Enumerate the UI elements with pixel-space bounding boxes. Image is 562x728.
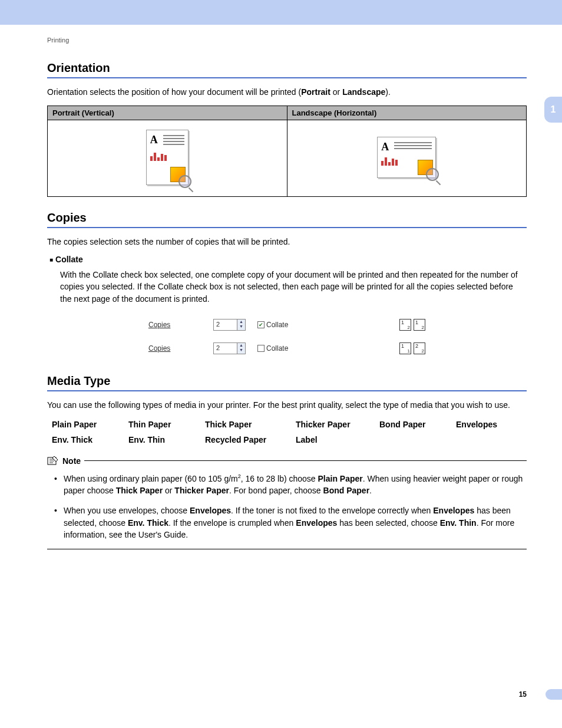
checkbox-unchecked-icon <box>257 345 265 352</box>
collate-order-icon-11-22: 12 <box>399 342 425 354</box>
page-number: 15 <box>519 690 527 699</box>
note-header: Note <box>47 455 527 467</box>
collate-order-icon-12-12: 11 <box>399 319 425 331</box>
text: has been selected, choose <box>337 518 439 528</box>
magnifier-icon <box>178 175 191 188</box>
orientation-table: Portrait (Vertical) Landscape (Horizonta… <box>47 106 527 197</box>
text: Orientation selects the position of how … <box>47 87 301 97</box>
media-type: Plain Paper <box>52 420 123 429</box>
media-intro: You can use the following types of media… <box>47 400 527 411</box>
spinner-arrows-icon[interactable]: ▲▼ <box>237 343 245 354</box>
bold: Envelopes <box>190 506 231 515</box>
bold-landscape: Landscape <box>342 87 385 97</box>
page-content: Printing Orientation Orientation selects… <box>0 37 562 549</box>
bold: Thicker Paper <box>174 486 229 495</box>
note-label: Note <box>62 456 81 466</box>
text: . If the toner is not fixed to the envel… <box>231 506 433 515</box>
copies-field-label: Copies <box>148 321 201 329</box>
media-type: Recycled Paper <box>205 435 290 444</box>
magnifier-icon <box>426 168 439 181</box>
note-pencil-icon <box>47 455 59 467</box>
bold: Plain Paper <box>318 474 363 483</box>
bold: Envelopes <box>433 506 474 515</box>
spinner-arrows-icon[interactable]: ▲▼ <box>237 319 245 330</box>
heading-copies: Copies <box>47 211 527 228</box>
note-footer-rule <box>47 549 527 549</box>
media-types-grid: Plain Paper Thin Paper Thick Paper Thick… <box>52 420 527 444</box>
media-type: Thin Paper <box>128 420 199 429</box>
copies-intro: The copies selection sets the number of … <box>47 236 527 248</box>
portrait-preview-icon: A <box>146 130 189 185</box>
cell-portrait-preview: A <box>48 120 287 196</box>
copies-row-collated: Copies 2▲▼ ✔Collate 11 <box>148 313 425 337</box>
col-portrait: Portrait (Vertical) <box>48 106 287 120</box>
bold: Thick Paper <box>116 486 163 495</box>
page-corner-tab <box>546 689 562 700</box>
bold-portrait: Portrait <box>301 87 330 97</box>
copies-value: 2 <box>214 319 237 330</box>
media-type: Env. Thick <box>52 435 123 444</box>
text: or <box>163 486 174 495</box>
copies-field-label: Copies <box>148 344 201 353</box>
copies-value: 2 <box>214 343 237 354</box>
media-type: Env. Thin <box>128 435 199 444</box>
media-type: Thicker Paper <box>296 420 373 429</box>
chapter-tab: 1 <box>544 97 562 123</box>
landscape-preview-icon: A <box>377 137 436 178</box>
media-type: Label <box>296 435 373 444</box>
orientation-intro: Orientation selects the position of how … <box>47 87 527 98</box>
bold: Bond Paper <box>323 486 370 495</box>
text: , 16 to 28 lb) choose <box>241 474 318 483</box>
collate-label: Collate <box>55 255 83 264</box>
breadcrumb: Printing <box>47 37 527 44</box>
collate-checkbox-checked[interactable]: ✔Collate <box>257 321 288 329</box>
collate-body: With the Collate check box selected, one… <box>60 269 527 305</box>
collate-bullet: ■Collate <box>49 255 527 264</box>
checkbox-checked-icon: ✔ <box>257 321 265 328</box>
text: When you use envelopes, choose <box>64 506 190 515</box>
bold: Env. Thick <box>128 518 168 528</box>
checkbox-label: Collate <box>266 344 288 353</box>
header-band <box>0 0 562 25</box>
bold: Env. Thin <box>440 518 477 528</box>
text: or <box>330 87 342 97</box>
copies-spinner[interactable]: 2▲▼ <box>213 319 246 331</box>
note-item-1: When using ordinary plain paper (60 to 1… <box>57 473 527 497</box>
heading-media-type: Media Type <box>47 374 527 391</box>
text: ). <box>385 87 391 97</box>
text: . If the envelope is crumpled when <box>168 518 296 528</box>
checkbox-label: Collate <box>266 321 288 329</box>
copies-row-uncollated: Copies 2▲▼ Collate 12 <box>148 337 425 360</box>
text: When using ordinary plain paper (60 to 1… <box>64 474 238 483</box>
copies-panel: Copies 2▲▼ ✔Collate 11 Copies 2▲▼ Collat… <box>148 313 425 360</box>
note-item-2: When you use envelopes, choose Envelopes… <box>57 505 527 541</box>
cell-landscape-preview: A <box>287 120 527 196</box>
col-landscape: Landscape (Horizontal) <box>287 106 527 120</box>
bold: Envelopes <box>296 518 337 528</box>
note-list: When using ordinary plain paper (60 to 1… <box>47 473 527 541</box>
text: . <box>369 486 372 495</box>
media-type: Bond Paper <box>379 420 450 429</box>
copies-spinner[interactable]: 2▲▼ <box>213 342 246 354</box>
collate-checkbox-unchecked[interactable]: Collate <box>257 344 288 353</box>
media-type: Thick Paper <box>205 420 290 429</box>
heading-orientation: Orientation <box>47 61 527 78</box>
text: . For bond paper, choose <box>229 486 323 495</box>
media-type: Envelopes <box>456 420 527 429</box>
